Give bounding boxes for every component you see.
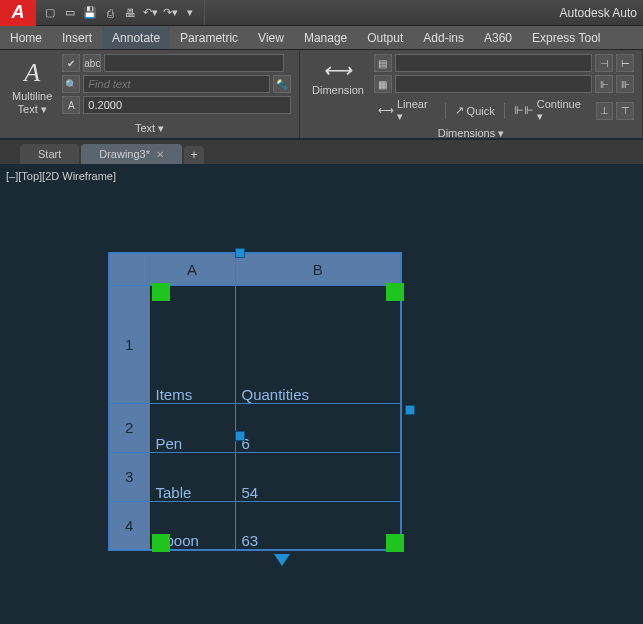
text-A-icon: A: [24, 58, 40, 88]
drawing-canvas[interactable]: [–][Top][2D Wireframe] A B 1 Items Quant…: [0, 164, 643, 624]
dim-layer-icon[interactable]: ▦: [374, 75, 392, 93]
dim-opt2-icon[interactable]: ⊢: [616, 54, 634, 72]
find-icon[interactable]: 🔍: [62, 75, 80, 93]
undo-icon[interactable]: ↶▾: [142, 5, 158, 21]
grip-corner-bl[interactable]: [152, 534, 170, 552]
find-go-icon[interactable]: 🔦: [273, 75, 291, 93]
text-height-input[interactable]: [83, 96, 291, 114]
cell-A3[interactable]: Table: [149, 452, 235, 501]
dim-opt1-icon[interactable]: ⊣: [595, 54, 613, 72]
table-corner[interactable]: [109, 253, 149, 285]
titlebar: A ▢ ▭ 💾 ⎙ 🖶 ↶▾ ↷▾ ▾ Autodesk Auto: [0, 0, 643, 26]
grip-corner-br[interactable]: [386, 534, 404, 552]
multiline-text-label: MultilineText ▾: [12, 90, 52, 116]
dimension-icon: ⟷: [323, 58, 352, 82]
open-icon[interactable]: ▭: [62, 5, 78, 21]
tab-start[interactable]: Start: [20, 144, 79, 164]
tab-parametric[interactable]: Parametric: [170, 26, 248, 49]
text-panel-label[interactable]: Text ▾: [8, 120, 291, 135]
continue-button[interactable]: ⊩⊩ Continue ▾: [510, 96, 593, 125]
tab-insert[interactable]: Insert: [52, 26, 102, 49]
saveas-icon[interactable]: ⎙: [102, 5, 118, 21]
quick-button[interactable]: ↗ Quick: [451, 102, 499, 119]
dim-layer-dropdown[interactable]: [395, 75, 592, 93]
dimension-label: Dimension: [312, 84, 364, 97]
tab-annotate[interactable]: Annotate: [102, 26, 170, 49]
dimensions-panel-label[interactable]: Dimensions ▾: [308, 125, 634, 140]
text-style-dropdown[interactable]: [104, 54, 284, 72]
abc-check-icon[interactable]: ✔: [62, 54, 80, 72]
tab-view[interactable]: View: [248, 26, 294, 49]
cell-B4[interactable]: 63: [235, 501, 401, 550]
col-header-A[interactable]: A: [149, 253, 235, 285]
tab-drawing3[interactable]: Drawing3* ✕: [81, 144, 182, 164]
ribbon-tabs: Home Insert Annotate Parametric View Man…: [0, 26, 643, 50]
cell-B2[interactable]: 6: [235, 403, 401, 452]
dim-opt4-icon[interactable]: ⊪: [616, 75, 634, 93]
grip-row-break[interactable]: [235, 431, 245, 441]
grip-bottom-arrow[interactable]: [274, 554, 290, 566]
new-icon[interactable]: ▢: [42, 5, 58, 21]
dim-opt5-icon[interactable]: ⊥: [596, 102, 614, 120]
qat-more-icon[interactable]: ▾: [182, 5, 198, 21]
close-icon[interactable]: ✕: [156, 149, 164, 160]
cell-B1[interactable]: Quantities: [235, 285, 401, 403]
find-input[interactable]: [83, 75, 270, 93]
app-logo[interactable]: A: [0, 0, 36, 26]
linear-button[interactable]: ⟷ Linear ▾: [374, 96, 440, 125]
grip-corner-tl[interactable]: [152, 283, 170, 301]
plot-icon[interactable]: 🖶: [122, 5, 138, 21]
multiline-text-button[interactable]: A MultilineText ▾: [8, 54, 56, 120]
tab-express[interactable]: Express Tool: [522, 26, 610, 49]
grip-column-top[interactable]: [235, 248, 245, 258]
abc-icon[interactable]: abc: [83, 54, 101, 72]
cell-B3[interactable]: 54: [235, 452, 401, 501]
cell-A1[interactable]: Items: [149, 285, 235, 403]
row-header-4[interactable]: 4: [109, 501, 149, 550]
row-header-2[interactable]: 2: [109, 403, 149, 452]
text-height-icon[interactable]: A: [62, 96, 80, 114]
quick-access-toolbar: ▢ ▭ 💾 ⎙ 🖶 ↶▾ ↷▾ ▾: [36, 0, 205, 25]
tab-home[interactable]: Home: [0, 26, 52, 49]
dim-opt3-icon[interactable]: ⊩: [595, 75, 613, 93]
app-title: Autodesk Auto: [205, 6, 643, 20]
redo-icon[interactable]: ↷▾: [162, 5, 178, 21]
file-tabs: Start Drawing3* ✕ +: [0, 140, 643, 164]
dim-opt6-icon[interactable]: ⊤: [616, 102, 634, 120]
row-header-1[interactable]: 1: [109, 285, 149, 403]
cell-A2[interactable]: Pen: [149, 403, 235, 452]
grip-edge-right[interactable]: [405, 405, 415, 415]
dim-style-dropdown[interactable]: [395, 54, 592, 72]
grip-corner-tr[interactable]: [386, 283, 404, 301]
tab-a360[interactable]: A360: [474, 26, 522, 49]
dimension-button[interactable]: ⟷ Dimension: [308, 54, 368, 101]
row-header-3[interactable]: 3: [109, 452, 149, 501]
view-controls[interactable]: [–][Top][2D Wireframe]: [6, 170, 116, 182]
dim-style-icon[interactable]: ▤: [374, 54, 392, 72]
tab-addins[interactable]: Add-ins: [413, 26, 474, 49]
col-header-B[interactable]: B: [235, 253, 401, 285]
save-icon[interactable]: 💾: [82, 5, 98, 21]
add-tab-button[interactable]: +: [184, 146, 204, 164]
tab-manage[interactable]: Manage: [294, 26, 357, 49]
ribbon: A MultilineText ▾ ✔ abc 🔍 🔦 A: [0, 50, 643, 140]
tab-output[interactable]: Output: [357, 26, 413, 49]
